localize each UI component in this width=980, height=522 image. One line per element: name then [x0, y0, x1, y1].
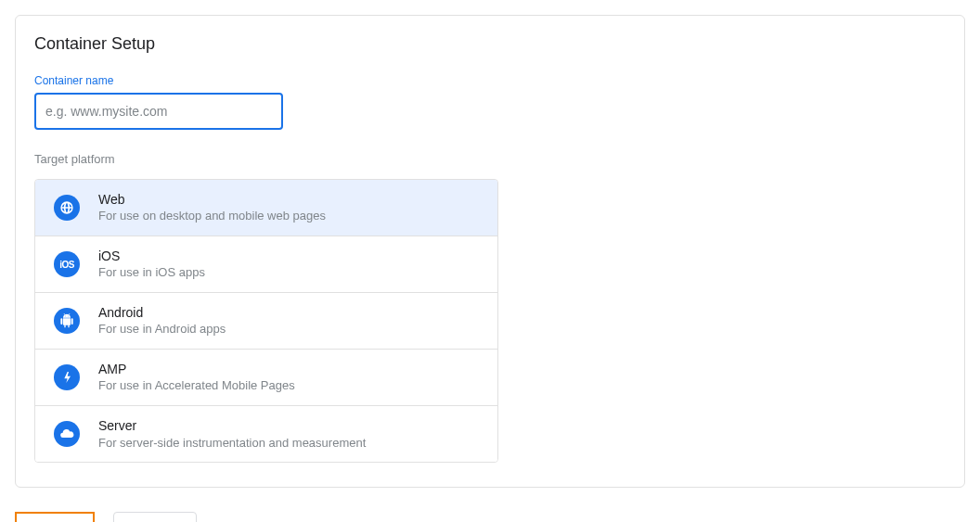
platform-option-amp[interactable]: AMP For use in Accelerated Mobile Pages [35, 349, 497, 405]
ios-icon: iOS [54, 251, 80, 277]
platform-option-desc: For server-side instrumentation and meas… [98, 436, 366, 452]
container-name-input[interactable] [34, 93, 283, 130]
cloud-icon [54, 421, 80, 447]
platform-option-title: Web [98, 191, 326, 208]
container-setup-panel: Container Setup Container name Target pl… [15, 15, 965, 488]
target-platform-label: Target platform [34, 152, 946, 166]
panel-title: Container Setup [34, 34, 946, 54]
android-icon [54, 308, 80, 334]
footer-actions: Create Cancel [15, 512, 965, 522]
target-platform-options: Web For use on desktop and mobile web pa… [34, 179, 498, 463]
platform-option-android[interactable]: Android For use in Android apps [35, 292, 497, 349]
platform-option-desc: For use in Accelerated Mobile Pages [98, 378, 295, 394]
globe-icon [54, 195, 80, 221]
platform-option-title: Android [98, 304, 226, 321]
platform-option-title: iOS [98, 248, 205, 264]
platform-option-ios[interactable]: iOS iOS For use in iOS apps [35, 236, 497, 292]
platform-option-server[interactable]: Server For server-side instrumentation a… [35, 405, 497, 462]
platform-option-title: Server [98, 417, 366, 434]
bolt-icon [54, 364, 80, 390]
create-button[interactable]: Create [15, 512, 95, 522]
platform-option-title: AMP [98, 361, 295, 377]
platform-option-desc: For use in iOS apps [98, 265, 205, 281]
platform-option-web[interactable]: Web For use on desktop and mobile web pa… [35, 180, 497, 236]
cancel-button[interactable]: Cancel [113, 512, 197, 522]
platform-option-desc: For use in Android apps [98, 322, 226, 337]
platform-option-desc: For use on desktop and mobile web pages [98, 209, 326, 224]
container-name-label: Container name [34, 74, 946, 87]
